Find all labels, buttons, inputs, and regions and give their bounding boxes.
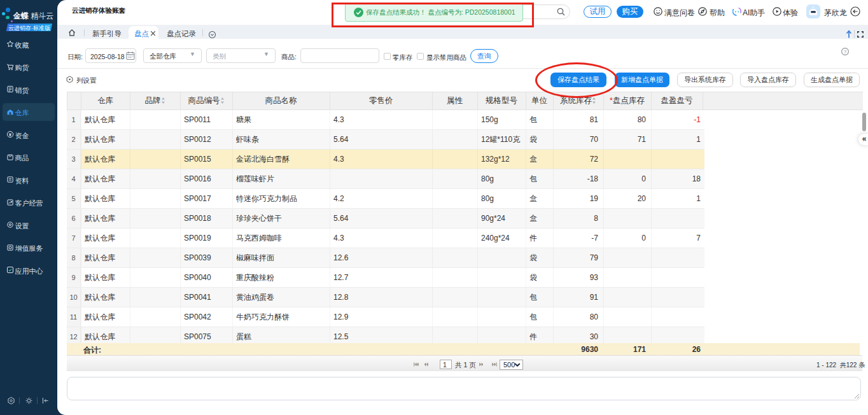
svg-text:?: ?	[844, 49, 847, 55]
